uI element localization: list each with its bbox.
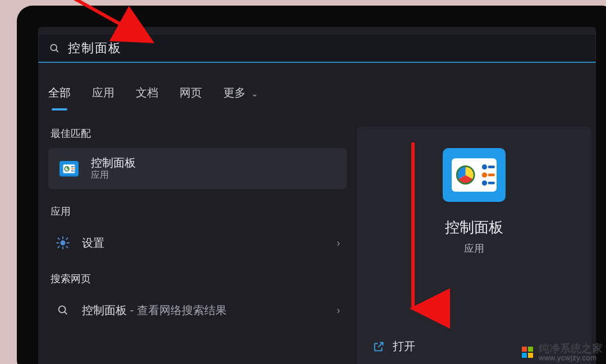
web-item-label: 控制面板 - 查看网络搜索结果 [82, 303, 227, 318]
svg-point-19 [482, 181, 487, 186]
svg-point-0 [50, 44, 57, 50]
search-icon [54, 301, 72, 319]
svg-rect-23 [522, 347, 527, 352]
svg-line-1 [56, 49, 58, 52]
section-best-match: 最佳匹配 [50, 127, 347, 140]
tab-all[interactable]: 全部 [48, 85, 71, 108]
search-panel: 全部 应用 文档 网页 更多 ⌄ 最佳匹配 [38, 27, 596, 364]
monitor-bezel: 全部 应用 文档 网页 更多 ⌄ 最佳匹配 [17, 6, 606, 364]
preview-pane: 控制面板 应用 打开 [357, 127, 591, 364]
web-item-prefix: 控制面板 [82, 304, 127, 316]
svg-point-10 [61, 241, 65, 245]
tab-apps-label: 应用 [92, 86, 114, 99]
apps-item-label: 设置 [82, 236, 104, 251]
watermark: 纯净系统之家 www.ycwjzy.com [521, 343, 603, 362]
web-item-search[interactable]: 控制面板 - 查看网络搜索结果 › [48, 293, 347, 327]
svg-rect-5 [73, 166, 75, 167]
svg-rect-9 [73, 171, 75, 171]
svg-point-8 [71, 170, 73, 172]
apps-item-settings[interactable]: 设置 › [48, 226, 347, 260]
tab-web[interactable]: 网页 [180, 85, 202, 108]
svg-rect-24 [528, 347, 533, 352]
gear-icon [54, 234, 72, 252]
svg-point-4 [71, 165, 73, 167]
open-icon [373, 340, 385, 353]
best-match-item[interactable]: 控制面板 应用 [48, 148, 347, 189]
tab-web-label: 网页 [180, 86, 202, 99]
svg-rect-25 [522, 353, 527, 358]
svg-rect-16 [488, 165, 495, 168]
windows-logo-icon [521, 345, 534, 359]
svg-rect-7 [73, 168, 75, 169]
open-label: 打开 [393, 339, 415, 354]
tab-documents[interactable]: 文档 [136, 85, 158, 108]
section-web: 搜索网页 [50, 272, 347, 285]
search-input[interactable] [68, 41, 585, 56]
svg-point-17 [482, 172, 487, 177]
chevron-right-icon: › [337, 305, 340, 316]
tab-more-label: 更多 [223, 86, 246, 99]
control-panel-icon [57, 157, 81, 181]
best-match-title: 控制面板 [91, 156, 136, 169]
svg-line-12 [65, 312, 67, 314]
svg-point-15 [482, 164, 487, 169]
tab-more[interactable]: 更多 ⌄ [223, 85, 258, 108]
svg-point-11 [59, 306, 66, 313]
preview-subtitle: 应用 [464, 242, 484, 255]
section-apps: 应用 [50, 205, 347, 218]
watermark-url: www.ycwjzy.com [539, 354, 597, 362]
tab-apps[interactable]: 应用 [92, 85, 114, 108]
web-item-suffix: - 查看网络搜索结果 [127, 304, 227, 316]
search-icon [49, 43, 60, 54]
svg-point-6 [71, 168, 73, 169]
watermark-title: 纯净系统之家 [539, 343, 603, 354]
filter-tabs: 全部 应用 文档 网页 更多 ⌄ [38, 85, 596, 108]
preview-pane-wrap: 控制面板 应用 打开 [352, 127, 596, 364]
search-bar[interactable] [38, 34, 596, 63]
svg-rect-26 [528, 353, 533, 358]
tab-documents-label: 文档 [136, 86, 158, 99]
best-match-subtitle: 应用 [91, 169, 136, 181]
chevron-right-icon: › [337, 237, 340, 249]
results-left-column: 最佳匹配 [38, 127, 352, 364]
control-panel-icon [443, 148, 506, 202]
svg-rect-20 [488, 182, 495, 185]
results-area: 最佳匹配 [38, 127, 596, 364]
chevron-down-icon: ⌄ [251, 89, 258, 98]
svg-rect-18 [488, 174, 495, 177]
preview-title: 控制面板 [445, 218, 503, 237]
tab-all-label: 全部 [48, 86, 71, 99]
